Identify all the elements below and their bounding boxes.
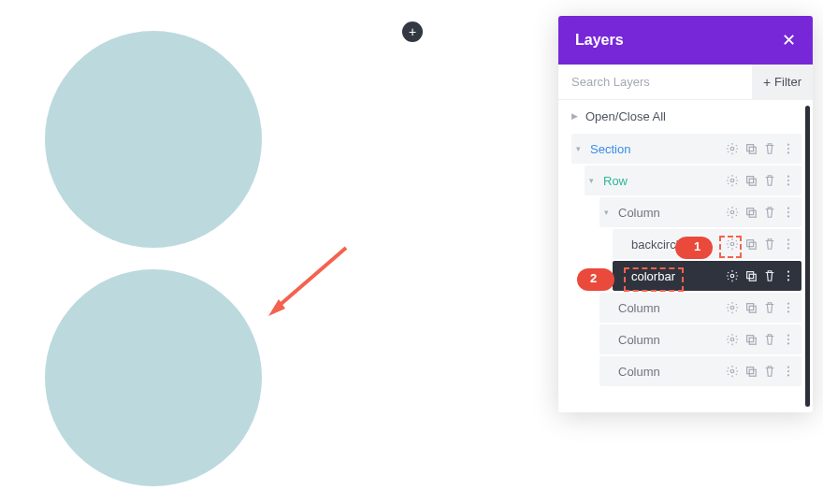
- duplicate-icon[interactable]: [744, 237, 758, 252]
- layer-label: Column: [613, 301, 725, 315]
- layer-module-backcircle[interactable]: backcircle: [613, 229, 801, 259]
- layer-row[interactable]: ▾ Row: [585, 166, 801, 195]
- layer-label: Column: [613, 365, 725, 379]
- layer-label: Row: [598, 174, 725, 188]
- svg-rect-46: [749, 369, 756, 376]
- svg-rect-15: [747, 209, 754, 215]
- svg-point-24: [787, 243, 789, 245]
- svg-point-31: [787, 279, 789, 281]
- svg-rect-33: [747, 304, 754, 310]
- more-icon[interactable]: [781, 332, 796, 347]
- trash-icon[interactable]: [762, 205, 777, 220]
- duplicate-icon[interactable]: [744, 364, 758, 379]
- more-icon[interactable]: [781, 364, 796, 379]
- layer-section[interactable]: ▾ Section: [571, 134, 801, 164]
- duplicate-icon[interactable]: [744, 332, 758, 347]
- layer-actions: [725, 173, 801, 188]
- trash-icon[interactable]: [762, 300, 777, 315]
- svg-rect-4: [749, 147, 756, 153]
- trash-icon[interactable]: [762, 332, 777, 347]
- svg-rect-40: [749, 338, 756, 344]
- more-icon[interactable]: [781, 205, 796, 220]
- trash-icon[interactable]: [762, 141, 777, 156]
- gear-icon[interactable]: [725, 268, 740, 283]
- layers-body: ▶ Open/Close All ▾ Section ▾ Row: [558, 100, 813, 412]
- svg-rect-9: [747, 177, 754, 183]
- trash-icon[interactable]: [762, 237, 777, 252]
- close-icon[interactable]: ✕: [782, 30, 796, 50]
- open-close-all-label: Open/Close All: [585, 109, 666, 123]
- layer-actions: [725, 141, 801, 156]
- svg-rect-39: [747, 336, 754, 342]
- more-icon[interactable]: [781, 237, 796, 252]
- layer-label: Column: [613, 333, 725, 347]
- svg-rect-34: [749, 306, 756, 312]
- svg-point-23: [787, 239, 789, 241]
- svg-point-25: [787, 247, 789, 249]
- layer-column[interactable]: Column: [599, 293, 801, 323]
- scrollbar[interactable]: [805, 106, 810, 407]
- gear-icon[interactable]: [725, 141, 740, 156]
- layers-panel: Layers ✕ + Filter ▶ Open/Close All ▾ Sec…: [558, 16, 813, 412]
- svg-point-30: [787, 275, 789, 277]
- layer-actions: [725, 268, 801, 283]
- more-icon[interactable]: [781, 300, 796, 315]
- layer-label: Section: [585, 142, 725, 156]
- layer-column[interactable]: ▾ Column: [599, 197, 801, 227]
- svg-marker-1: [268, 299, 285, 316]
- svg-point-17: [787, 208, 789, 209]
- layer-module-colorbar[interactable]: colorbar: [613, 261, 801, 291]
- svg-point-6: [787, 148, 789, 150]
- layer-column[interactable]: Column: [599, 324, 801, 354]
- svg-line-0: [278, 248, 346, 307]
- open-close-all-row[interactable]: ▶ Open/Close All: [558, 100, 805, 132]
- svg-point-13: [787, 183, 789, 185]
- svg-point-42: [787, 338, 789, 340]
- layer-actions: [725, 237, 801, 252]
- duplicate-icon[interactable]: [744, 300, 758, 315]
- gear-icon[interactable]: [725, 300, 740, 315]
- svg-point-29: [787, 271, 789, 273]
- chevron-right-icon: ▶: [571, 111, 578, 121]
- chevron-down-icon[interactable]: ▾: [599, 208, 613, 217]
- chevron-down-icon[interactable]: ▾: [585, 176, 598, 185]
- svg-point-43: [787, 342, 789, 344]
- gear-icon[interactable]: [725, 332, 740, 347]
- search-input[interactable]: [558, 75, 752, 89]
- duplicate-icon[interactable]: [744, 268, 758, 283]
- svg-point-5: [787, 144, 789, 146]
- gear-icon[interactable]: [725, 205, 740, 220]
- trash-icon[interactable]: [762, 268, 777, 283]
- layer-actions: [725, 205, 801, 220]
- layer-actions: [725, 332, 801, 347]
- svg-point-20: [730, 242, 734, 246]
- arrow-annotation: [267, 243, 351, 318]
- chevron-down-icon[interactable]: ▾: [571, 144, 585, 153]
- filter-button[interactable]: + Filter: [752, 65, 813, 100]
- gear-icon[interactable]: [725, 364, 740, 379]
- trash-icon[interactable]: [762, 173, 777, 188]
- svg-rect-16: [749, 210, 756, 217]
- svg-point-12: [787, 180, 789, 181]
- layers-panel-header: Layers ✕: [558, 16, 813, 65]
- more-icon[interactable]: [781, 141, 796, 156]
- more-icon[interactable]: [781, 173, 796, 188]
- svg-rect-10: [749, 179, 756, 185]
- more-icon[interactable]: [781, 268, 796, 283]
- svg-point-11: [787, 176, 789, 178]
- gear-icon[interactable]: [725, 173, 740, 188]
- duplicate-icon[interactable]: [744, 205, 758, 220]
- trash-icon[interactable]: [762, 364, 777, 379]
- layer-actions: [725, 364, 801, 379]
- layer-label: backcircle: [626, 238, 725, 252]
- search-row: + Filter: [558, 65, 813, 100]
- svg-rect-22: [749, 242, 756, 249]
- plus-icon: +: [409, 25, 416, 38]
- gear-icon[interactable]: [725, 237, 740, 252]
- svg-point-18: [787, 211, 789, 213]
- svg-point-32: [730, 306, 734, 310]
- duplicate-icon[interactable]: [744, 141, 758, 156]
- add-section-button[interactable]: +: [402, 22, 423, 42]
- duplicate-icon[interactable]: [744, 173, 758, 188]
- layer-column[interactable]: Column: [599, 356, 801, 386]
